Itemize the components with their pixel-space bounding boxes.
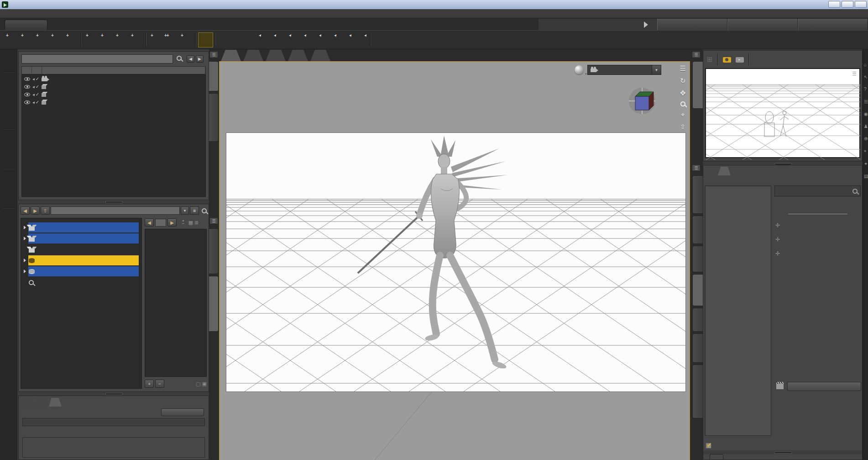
keywords-input[interactable] (22, 418, 205, 426)
filter-next-button[interactable]: ▶ (196, 55, 204, 63)
close-button[interactable] (855, 1, 867, 8)
visibility-eye-icon[interactable] (24, 85, 30, 89)
nav-up-button[interactable]: ⇧ (41, 206, 50, 215)
selectable-cursor-icon[interactable] (32, 92, 39, 97)
globe-icon[interactable]: ✦ (864, 161, 868, 166)
my-account-button[interactable] (727, 19, 798, 30)
tree-item-products[interactable] (23, 255, 139, 266)
pane-splitter[interactable] (703, 450, 862, 454)
tab-cameras[interactable] (692, 333, 703, 363)
pan-view-icon[interactable]: ✥ (680, 89, 686, 97)
video-surfaces-button[interactable] (787, 382, 861, 391)
content-search-input[interactable] (51, 206, 180, 215)
redo-icon[interactable] (2, 190, 16, 204)
list-view-icon[interactable]: ≣ (194, 220, 199, 226)
page-number-field[interactable] (155, 219, 166, 227)
column-visible[interactable] (22, 67, 32, 74)
expander-icon[interactable] (24, 237, 26, 240)
add-spotlight-button[interactable] (19, 32, 34, 48)
node-selection-tool-button[interactable] (233, 32, 248, 48)
joint-editor-tool-button[interactable] (308, 32, 323, 48)
column-selectable[interactable] (32, 67, 42, 74)
save-file-icon[interactable] (2, 111, 16, 124)
menu-help[interactable] (68, 13, 76, 15)
view-pan-button[interactable] (218, 32, 233, 48)
rotate-tool-button[interactable] (263, 32, 278, 48)
add-figure-button[interactable] (148, 32, 163, 48)
tree-item-other-import-formats[interactable] (23, 244, 139, 255)
view-cube-gizmo[interactable] (627, 85, 657, 115)
figure-selection-tool-button[interactable] (353, 32, 368, 48)
tab-render-settings[interactable] (692, 365, 703, 418)
ipr-still-button[interactable] (723, 57, 731, 63)
show-sub-items-checkbox[interactable] (706, 443, 711, 449)
tab-shader-builder[interactable] (288, 50, 308, 61)
minimize-button[interactable] (828, 1, 840, 8)
tab-scene[interactable] (209, 61, 219, 91)
tab-smart-content[interactable] (209, 228, 219, 274)
material-group-list[interactable] (705, 185, 771, 436)
orbit-icon[interactable]: ◉ (864, 111, 868, 116)
pane-options-icon[interactable]: ☰ (692, 51, 701, 58)
aux-viewport-canvas[interactable]: ☰ (705, 68, 860, 158)
tab-tips[interactable] (21, 398, 34, 407)
tab-render-library[interactable] (243, 50, 263, 61)
add-point-light-button[interactable] (34, 32, 49, 48)
tab-aux-viewport[interactable] (692, 61, 703, 109)
property-search-box[interactable] (774, 185, 861, 196)
orbit-tool-button[interactable] (248, 32, 263, 48)
content-results-list[interactable] (145, 229, 207, 377)
menu-tools[interactable] (26, 13, 35, 15)
add-figure-advanced-button[interactable] (163, 32, 178, 48)
aux-options-icon[interactable]: ☰ (852, 71, 857, 77)
pane-options-icon[interactable]: ☰ (209, 51, 218, 58)
menu-edit[interactable] (10, 13, 18, 15)
page-next-button[interactable]: ▶ (167, 218, 177, 227)
orbit-view-icon[interactable]: ↻ (680, 77, 686, 85)
pane-options-icon[interactable]: ☰ (692, 164, 701, 171)
add-group-button[interactable] (114, 32, 129, 48)
home-icon[interactable]: ⌂ (864, 62, 867, 67)
selectable-cursor-icon[interactable] (32, 76, 39, 81)
import-file-icon[interactable] (2, 133, 16, 147)
new-file-icon[interactable] (2, 54, 16, 68)
page-prev-button[interactable]: ◀ (145, 218, 154, 227)
tab-environment[interactable] (209, 93, 219, 142)
tree-item-poser-formats[interactable] (23, 233, 139, 244)
expander-icon[interactable] (24, 259, 26, 262)
weight-map-tool-button[interactable] (323, 32, 338, 48)
tab-tags[interactable] (49, 398, 62, 407)
add-camera-button[interactable] (4, 32, 19, 48)
menu-file[interactable] (2, 13, 10, 15)
workspace-tab-advanced[interactable] (5, 20, 47, 30)
surface-selection-tool-button[interactable] (338, 32, 353, 48)
open-recent-icon[interactable] (2, 94, 16, 107)
column-node[interactable] (42, 67, 205, 74)
tab-shaping[interactable] (692, 216, 703, 244)
ipr-video-button[interactable] (736, 57, 744, 63)
menu-icon[interactable]: ☰ (864, 99, 868, 104)
menu-scripts[interactable] (59, 13, 68, 15)
photoshop-bridge-icon[interactable] (2, 213, 16, 227)
pane-options-icon[interactable]: ☰ (209, 217, 218, 224)
sphere-icon[interactable]: ⊕ (864, 136, 868, 141)
scene-row-sword[interactable] (22, 98, 205, 106)
tab-posing[interactable] (692, 246, 703, 272)
apply-changes-button[interactable] (161, 408, 204, 416)
export-file-icon[interactable] (2, 150, 16, 164)
import-asset-icon[interactable] (2, 230, 16, 243)
visibility-eye-icon[interactable] (24, 100, 30, 104)
scene-row-default-camera[interactable] (22, 75, 205, 83)
maximize-button[interactable] (842, 1, 853, 8)
frame-view-icon[interactable]: ⌖ (681, 111, 685, 119)
render-button[interactable] (388, 32, 403, 48)
import-pose-icon[interactable] (2, 264, 16, 277)
search-icon[interactable] (177, 56, 182, 61)
add-dome-light-button[interactable] (49, 32, 64, 48)
filter-prev-button[interactable]: ◀ (187, 55, 194, 63)
home-button[interactable] (657, 19, 727, 30)
database-view-button[interactable]: ≣ (190, 206, 199, 215)
add-primitive-button[interactable] (178, 32, 193, 48)
menu-window[interactable] (51, 13, 59, 15)
expander-icon[interactable] (24, 226, 26, 229)
